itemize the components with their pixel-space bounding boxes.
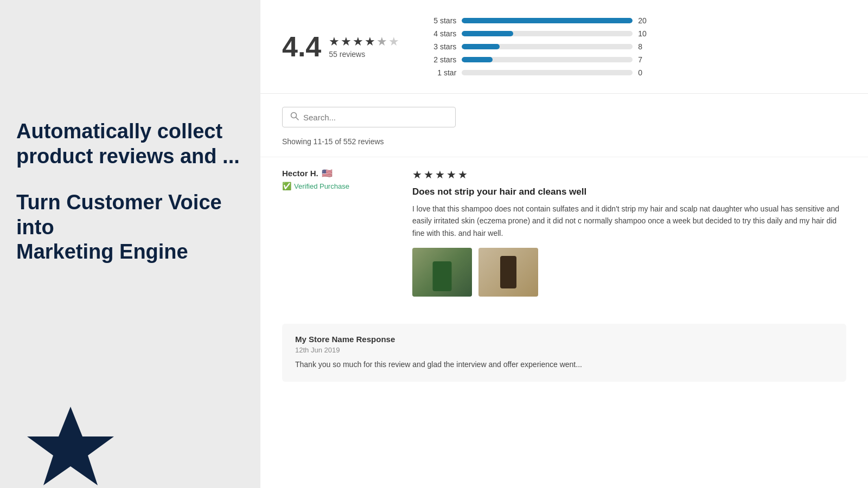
svg-line-2 xyxy=(296,118,299,120)
store-response: My Store Name Response 12th Jun 2019 Tha… xyxy=(282,324,846,381)
review-star-5: ★ xyxy=(458,168,468,181)
bar-count-5: 20 xyxy=(638,16,649,25)
bar-label-1: 1 star xyxy=(432,68,456,77)
store-response-title: My Store Name Response xyxy=(295,335,833,344)
bar-row-1: 1 star 0 xyxy=(432,68,649,77)
rating-stars-count: ★ ★ ★ ★ ★ ★ 55 reviews xyxy=(329,35,399,59)
heading-voice-line2: Marketing Engine xyxy=(16,240,188,263)
bar-row-5: 5 stars 20 xyxy=(432,16,649,25)
svg-marker-0 xyxy=(27,407,114,485)
bar-count-3: 8 xyxy=(638,42,649,51)
product-image-1 xyxy=(412,248,472,297)
heading-collect-line2: product reviews and ... xyxy=(16,145,240,168)
bar-count-1: 0 xyxy=(638,68,649,77)
right-panel: 4.4 ★ ★ ★ ★ ★ ★ 55 reviews 5 stars xyxy=(260,0,868,488)
search-box[interactable] xyxy=(282,107,456,127)
bar-fill-3 xyxy=(462,44,499,49)
review-count: 55 reviews xyxy=(329,50,399,59)
reviewer-info: Hector H. 🇺🇸 ✅ Verified Purchase xyxy=(282,168,391,297)
rating-big: 4.4 ★ ★ ★ ★ ★ ★ 55 reviews xyxy=(282,30,399,63)
store-response-date: 12th Jun 2019 xyxy=(295,346,833,354)
bar-row-4: 4 stars 10 xyxy=(432,29,649,38)
review-star-4: ★ xyxy=(446,168,456,181)
bar-row-2: 2 stars 7 xyxy=(432,55,649,64)
search-icon xyxy=(290,112,299,123)
star-2: ★ xyxy=(341,35,352,49)
bar-fill-5 xyxy=(462,18,633,23)
review-text: I love that this shampoo does not contai… xyxy=(412,203,846,239)
review-title: Does not strip your hair and cleans well xyxy=(412,187,846,197)
bar-track-4 xyxy=(462,31,633,36)
star-decoration xyxy=(22,401,119,488)
search-input[interactable] xyxy=(303,113,448,122)
left-panel: Automatically collect product reviews an… xyxy=(0,0,260,488)
review-main: Hector H. 🇺🇸 ✅ Verified Purchase ★ ★ ★ ★… xyxy=(282,168,846,297)
review-star-3: ★ xyxy=(435,168,445,181)
bar-label-5: 5 stars xyxy=(432,16,456,25)
review-item: Hector H. 🇺🇸 ✅ Verified Purchase ★ ★ ★ ★… xyxy=(260,157,868,313)
heading-voice-line1: Turn Customer Voice into xyxy=(16,191,222,239)
star-6-empty: ★ xyxy=(388,35,399,49)
review-star-2: ★ xyxy=(424,168,433,181)
review-images xyxy=(412,248,846,297)
bar-count-2: 7 xyxy=(638,55,649,64)
verified-check-icon: ✅ xyxy=(282,182,291,190)
bar-label-2: 2 stars xyxy=(432,55,456,64)
stars-row: ★ ★ ★ ★ ★ ★ xyxy=(329,35,399,49)
star-5-half: ★ xyxy=(376,35,387,49)
review-image-1[interactable] xyxy=(412,248,472,297)
review-star-1: ★ xyxy=(412,168,422,181)
verified-text: Verified Purchase xyxy=(294,182,349,190)
bar-fill-2 xyxy=(462,57,493,62)
bar-track-5 xyxy=(462,18,633,23)
bar-row-3: 3 stars 8 xyxy=(432,42,649,51)
bar-label-3: 3 stars xyxy=(432,42,456,51)
heading-collect: Automatically collect product reviews an… xyxy=(16,119,244,169)
bar-fill-4 xyxy=(462,31,513,36)
rating-score: 4.4 xyxy=(282,30,321,63)
heading-voice: Turn Customer Voice into Marketing Engin… xyxy=(16,190,244,265)
search-area xyxy=(260,94,868,133)
heading-collect-line1: Automatically collect xyxy=(16,120,222,143)
bar-track-1 xyxy=(462,70,633,75)
review-content: ★ ★ ★ ★ ★ Does not strip your hair and c… xyxy=(412,168,846,297)
review-image-2[interactable] xyxy=(478,248,538,297)
star-3: ★ xyxy=(353,35,363,49)
star-1: ★ xyxy=(329,35,340,49)
bar-count-4: 10 xyxy=(638,29,649,38)
verified-badge: ✅ Verified Purchase xyxy=(282,182,391,190)
star-4: ★ xyxy=(365,35,375,49)
review-stars: ★ ★ ★ ★ ★ xyxy=(412,168,846,181)
bar-track-3 xyxy=(462,44,633,49)
reviewer-flag: 🇺🇸 xyxy=(322,168,333,178)
store-response-text: Thank you so much for this review and gl… xyxy=(295,358,833,370)
bar-label-4: 4 stars xyxy=(432,29,456,38)
rating-summary: 4.4 ★ ★ ★ ★ ★ ★ 55 reviews 5 stars xyxy=(260,0,868,94)
showing-text: Showing 11-15 of 552 reviews xyxy=(260,133,868,157)
bar-track-2 xyxy=(462,57,633,62)
reviewer-name-text: Hector H. xyxy=(282,169,318,178)
reviewer-name: Hector H. 🇺🇸 xyxy=(282,168,391,178)
product-image-2 xyxy=(478,248,538,297)
rating-bars: 5 stars 20 4 stars 10 3 stars 8 xyxy=(432,16,649,77)
